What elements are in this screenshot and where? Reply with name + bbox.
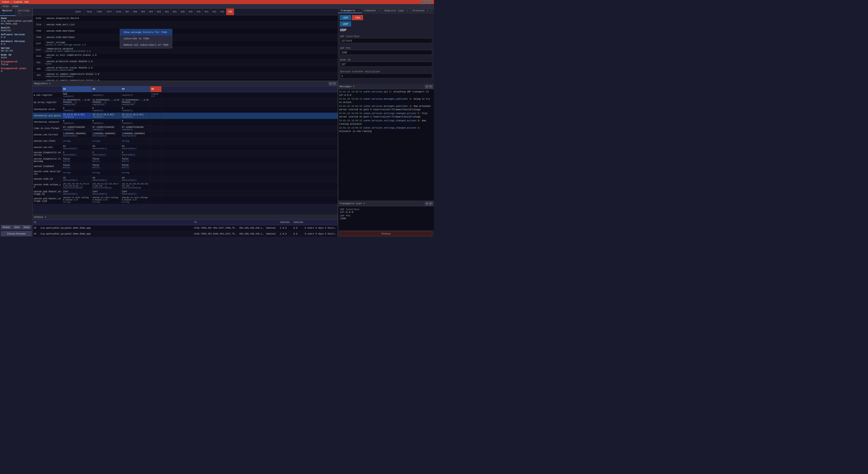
reg-val-time-45[interactable] bbox=[150, 125, 162, 131]
close-commands[interactable]: × bbox=[378, 9, 380, 12]
registers-tab-label[interactable]: Registers × bbox=[34, 82, 51, 85]
graph-row-3[interactable]: 7509 uavcan.node.Heartbeat bbox=[33, 28, 338, 34]
tl-ctrl-2[interactable]: ▶ bbox=[429, 202, 433, 206]
reg-val-setpoint-45[interactable] bbox=[150, 119, 162, 125]
reg-val-sev-44[interactable]: 2 natural8(1) bbox=[121, 151, 150, 157]
save-btn[interactable]: Save bbox=[12, 225, 21, 229]
reg-val-bitrate-45[interactable] bbox=[150, 132, 162, 138]
tab-transports[interactable]: Transports × bbox=[338, 8, 362, 13]
close-settings-tab[interactable]: × bbox=[19, 12, 20, 15]
tab-monitor[interactable]: Monitor × bbox=[0, 8, 16, 16]
service-transfer-input[interactable] bbox=[340, 73, 432, 78]
ctx-subscribe[interactable]: Subscribe to 7509 bbox=[120, 35, 172, 42]
reg-val-desc-44[interactable]: string bbox=[121, 170, 150, 176]
reg-val-terror-43[interactable]: 0 real64(1) bbox=[92, 106, 121, 113]
transports-list-tab-label[interactable]: Transports list × bbox=[340, 202, 365, 205]
reg-val-pid-44[interactable]: [0.12,0.18,0.01] real64(3) bbox=[121, 113, 150, 119]
reg-val-uid-44[interactable]: [52,21,45,162,66,240,193,237,184...] uns… bbox=[121, 182, 150, 190]
reg-val-lb-45[interactable] bbox=[150, 163, 162, 169]
udp-interface-input[interactable] bbox=[340, 38, 432, 43]
reg-val-ts-42[interactable]: false bit(1) bbox=[62, 157, 92, 163]
reg-val-bitrate-44[interactable]: [1000000,4000000] natural32(2) bbox=[121, 132, 150, 138]
udp-transport-btn-2[interactable]: UDP bbox=[340, 22, 351, 26]
close-dronecan[interactable]: × bbox=[427, 9, 429, 12]
messages-ctrl-1[interactable]: ◀ bbox=[425, 85, 429, 88]
reg-val-hvid-45[interactable] bbox=[150, 190, 162, 196]
reg-val-pid-43[interactable]: [0.12,0.18,0.01] real64(3) bbox=[92, 113, 121, 119]
tl-ctrl-1[interactable]: ◀ bbox=[425, 202, 429, 206]
reg-val-sev-45[interactable] bbox=[150, 151, 162, 157]
reg-val-nan-45[interactable]: real32(1) bbox=[150, 92, 162, 98]
close-transports[interactable]: × bbox=[358, 9, 360, 12]
reg-val-array-42[interactable]: [0.65000003576...,0.029999999...] real32… bbox=[62, 98, 92, 106]
udp-transport-btn[interactable]: UDP bbox=[340, 15, 351, 20]
messages-ctrl-2[interactable]: ▶ bbox=[429, 85, 433, 88]
reg-val-terror-45[interactable] bbox=[150, 106, 162, 113]
reg-val-lb-43[interactable]: false bit(1) bbox=[92, 163, 121, 169]
reg-val-desc-42[interactable]: string bbox=[62, 170, 92, 176]
close-messages[interactable]: × bbox=[353, 85, 354, 88]
reg-val-time-42[interactable]: 97.4209976196289 real32(1) bbox=[62, 125, 92, 131]
ctx-remove-subscribers[interactable]: Remove all subscribers of 7509 bbox=[120, 42, 172, 48]
reg-val-iface-45[interactable] bbox=[150, 138, 162, 144]
reg-val-iface-42[interactable]: string bbox=[62, 138, 92, 144]
reg-val-array-44[interactable]: [0.03999999991...,0.029999999...] real32… bbox=[121, 98, 150, 106]
reg-val-hvid-44[interactable]: 2347 natural16(1) bbox=[121, 190, 150, 196]
registers-ctrl-1[interactable]: ◀ bbox=[329, 82, 332, 86]
reg-val-time-44[interactable]: 97.4209976196289 real32(1) bbox=[121, 125, 150, 131]
reg-val-mtu-44[interactable]: 64 natural16(1) bbox=[121, 145, 150, 151]
reg-val-bitrate-42[interactable]: [1000000,4000000] natural32(2) bbox=[62, 132, 92, 138]
reg-val-uid-45[interactable] bbox=[150, 182, 162, 190]
registers-ctrl-2[interactable]: ▶ bbox=[333, 82, 336, 86]
choose-firmware-btn[interactable]: Choose firmware bbox=[1, 231, 32, 236]
reg-val-iface-44[interactable]: string bbox=[121, 138, 150, 144]
tab-commands[interactable]: Commands × bbox=[362, 8, 382, 13]
reg-val-hvid-43[interactable]: 2347 natural16(1) bbox=[92, 190, 121, 196]
reg-val-nid-44[interactable]: 44 natural16(1) bbox=[121, 176, 150, 182]
reg-val-ts-43[interactable]: false bit(1) bbox=[92, 157, 121, 163]
reg-val-setpoint-44[interactable]: 0 real64(1) bbox=[121, 119, 150, 125]
udp-mtu-input[interactable] bbox=[340, 50, 432, 55]
close-monitor-tab[interactable]: × bbox=[3, 12, 5, 15]
reg-val-hvtype-42[interactable]: uavcan.si.unit.voltage.Scalar.1.0 string bbox=[62, 196, 92, 204]
tab-register-logs[interactable]: Register logs × bbox=[382, 8, 410, 13]
reg-val-nan-44[interactable]: real32(1) bbox=[121, 92, 150, 98]
reg-val-pid-42[interactable]: [0.12,0.18,0.01] real64(3) bbox=[62, 113, 92, 119]
remove-transport-btn[interactable]: Remove bbox=[340, 231, 432, 236]
reg-val-hvtype-44[interactable]: uavcan.si.unit.voltage.Scalar.1.0 string bbox=[121, 196, 150, 204]
reg-val-nid-43[interactable]: 43 natural16(1) bbox=[92, 176, 121, 182]
reg-val-sev-43[interactable]: 2 natural8(1) bbox=[92, 151, 121, 157]
reg-val-nan-42[interactable]: NaN real32(1) bbox=[62, 92, 92, 98]
reg-val-uid-43[interactable]: [93,233,54,227,212,164,55,108,148...] un… bbox=[92, 182, 121, 190]
restart-btn[interactable]: Restart bbox=[1, 225, 12, 229]
close-status[interactable]: × bbox=[44, 216, 46, 219]
close-registers[interactable]: × bbox=[49, 82, 51, 85]
menu-file[interactable]: File bbox=[1, 5, 10, 8]
reg-val-desc-43[interactable]: string bbox=[92, 170, 121, 176]
estop-btn[interactable]: Estop bbox=[22, 225, 31, 229]
reg-val-terror-42[interactable]: 0 real64(1) bbox=[62, 106, 92, 113]
status-tab-label[interactable]: Status × bbox=[34, 216, 46, 219]
reg-val-hvid-42[interactable]: 2347 natural16(1) bbox=[62, 190, 92, 196]
minimize-btn[interactable]: ─ bbox=[421, 0, 424, 4]
reg-val-bitrate-43[interactable]: [1000000,4000000] natural32(2) bbox=[92, 132, 121, 138]
reg-val-ts-44[interactable]: false bit(1) bbox=[121, 157, 150, 163]
reg-val-uid-42[interactable]: [82,161,237,96,78,170,153,94,223,36,82..… bbox=[62, 182, 92, 190]
reg-val-desc-45[interactable] bbox=[150, 170, 162, 176]
close-btn[interactable]: ✕ bbox=[429, 0, 432, 4]
reg-val-iface-43[interactable]: string bbox=[92, 138, 121, 144]
reg-val-nid-42[interactable]: 42 natural16(1) bbox=[62, 176, 92, 182]
reg-val-lb-44[interactable]: false bit(1) bbox=[121, 163, 150, 169]
reg-val-pid-45[interactable] bbox=[150, 113, 162, 119]
messages-tab-label[interactable]: Messages × bbox=[340, 85, 354, 88]
tab-settings[interactable]: Settings × bbox=[16, 8, 33, 16]
reg-val-hvtype-43[interactable]: uavcan.si.unit.voltage.Scalar.1.0 string bbox=[92, 196, 121, 204]
ctx-show-history[interactable]: Show message history for 7509 bbox=[120, 29, 172, 35]
reg-val-array-45[interactable] bbox=[150, 98, 162, 106]
maximize-btn[interactable]: □ bbox=[425, 0, 428, 4]
reg-val-mtu-45[interactable] bbox=[150, 145, 162, 151]
reg-val-hvtype-45[interactable] bbox=[150, 196, 162, 204]
reg-val-mtu-43[interactable]: 64 natural16(1) bbox=[92, 145, 121, 151]
reg-val-ts-45[interactable] bbox=[150, 157, 162, 163]
reg-val-sev-42[interactable]: 2 natural8(1) bbox=[62, 151, 92, 157]
